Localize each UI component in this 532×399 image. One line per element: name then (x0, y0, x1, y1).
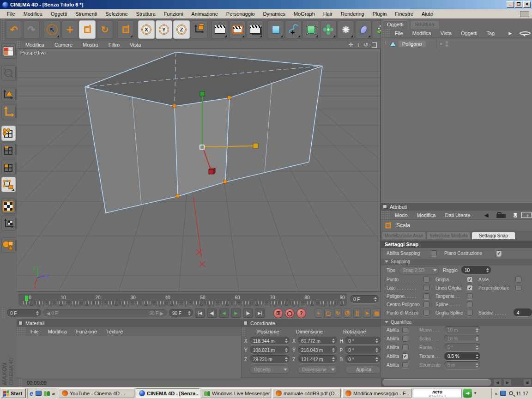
show-desktop-icon[interactable] (36, 391, 42, 396)
taskbar-item-messenger[interactable]: Windows Live Messenger (201, 388, 271, 398)
points-mode-button[interactable] (1, 126, 16, 141)
scala-field[interactable]: 10 % (444, 335, 480, 343)
tab-selezione-morbida[interactable]: Selezione Morbida (427, 232, 471, 240)
record-help-button[interactable]: ? (296, 308, 306, 318)
snap-type-dropdown[interactable]: Snap 2.5D (399, 266, 439, 274)
vp-menu-camere[interactable]: Camere (49, 42, 78, 48)
mat-menu-file[interactable]: File (26, 328, 43, 335)
polygons-mode-button[interactable] (1, 160, 16, 175)
tray-collapse-icon[interactable]: « (495, 391, 497, 396)
viewport-maximize-icon[interactable] (372, 42, 377, 48)
end-frame-field[interactable]: 90 F (169, 309, 193, 317)
panel-corner-button[interactable]: ▣ (523, 379, 532, 386)
minimize-button[interactable]: _ (507, 1, 514, 8)
raggio-field[interactable]: 10 (461, 266, 491, 274)
panel-pin-icon[interactable] (18, 321, 23, 325)
redo-button[interactable]: ↷ (23, 20, 40, 39)
lock-x-button[interactable]: X (138, 20, 155, 39)
tab-modellazione-asse[interactable]: Modellazione Asse (382, 232, 426, 240)
record-keyframe-button[interactable]: ⚿ (273, 308, 283, 318)
pos-z-field[interactable]: 29.231 m (250, 355, 290, 363)
menu-mograph[interactable]: MoGraph (290, 10, 319, 18)
add-hypernurbs-button[interactable] (302, 20, 319, 39)
scrollbar-thumb[interactable] (382, 379, 491, 386)
strumento-field[interactable]: 5 m (444, 361, 480, 369)
key-scale-toggle[interactable]: ▢ (324, 308, 332, 318)
live-selection-button[interactable]: ↖ (44, 20, 60, 39)
ie-quicklaunch-icon[interactable]: e (30, 390, 33, 397)
messenger-quicklaunch-icon[interactable] (44, 390, 50, 396)
om-menu-modifica[interactable]: Modifica (408, 30, 436, 37)
frame-range-slider[interactable]: ◀ 0 F 90 F ▶ (43, 309, 167, 317)
abilita-texture-checkbox[interactable]: ✓ (402, 353, 408, 359)
panel-pin-icon[interactable] (383, 205, 387, 209)
undo-button[interactable]: ↶ (6, 20, 22, 39)
menu-personaggio[interactable]: Personaggio (222, 10, 259, 18)
size-x-field[interactable]: 60.772 m (298, 337, 337, 345)
menu-plugin[interactable]: Plugin (369, 10, 391, 18)
rot-p-field[interactable]: 0 ° (345, 346, 381, 354)
menu-funzioni[interactable]: Funzioni (160, 10, 187, 18)
tab-settaggi-snap[interactable]: Settaggi Snap (472, 232, 515, 240)
ruota-field[interactable]: 5 ° (444, 344, 480, 352)
attr-grip[interactable] (381, 211, 390, 219)
add-deformer-button[interactable] (355, 20, 372, 39)
muovi-field[interactable]: 10 m (444, 326, 480, 334)
taskbar-item-cinema4d[interactable]: CINEMA 4D - [Senza... (136, 388, 200, 398)
taskbar-item-modifica-messaggio[interactable]: Modifica messaggio - F... (342, 388, 411, 398)
materials-grip[interactable] (17, 327, 26, 336)
add-instance-button[interactable]: ✳ (338, 20, 354, 39)
nero-go-button[interactable]: ➜ (463, 389, 472, 398)
menu-finestre[interactable]: Finestre (391, 10, 417, 18)
texture-field[interactable]: 0.5 % (444, 352, 480, 361)
status-grip[interactable] (18, 378, 22, 387)
quantify-group-header[interactable]: Quantifica (381, 319, 532, 326)
menu-strumenti[interactable]: Strumenti (71, 10, 101, 18)
playhead-marker[interactable] (24, 295, 29, 302)
attr-menu-modifica[interactable]: Modifica (412, 212, 441, 219)
coordinate-system-button[interactable] (191, 20, 207, 39)
attributes-hscrollbar[interactable]: ◀ ▶ ▣ (381, 378, 532, 387)
panel-pin-icon[interactable] (243, 321, 248, 325)
object-list[interactable]: └ Poligono (381, 39, 532, 202)
menu-rendering[interactable]: Rendering (337, 10, 369, 18)
snapping-group-header[interactable]: Snapping (381, 258, 532, 265)
document-options-button[interactable]: ▤ (373, 308, 381, 318)
punto-checkbox[interactable] (423, 277, 429, 283)
viewport-pan-icon[interactable]: ✛ (349, 42, 353, 48)
world-coords-button[interactable] (1, 65, 16, 80)
abilita-strumento-checkbox[interactable] (402, 362, 408, 368)
attr-add-icon[interactable]: + (521, 212, 532, 218)
vp-menu-mostra[interactable]: Mostra (78, 42, 103, 48)
key-pla-toggle[interactable]: ⣿ (353, 308, 361, 318)
quicklaunch-overflow-icon[interactable]: » (52, 391, 55, 396)
scroll-left-button[interactable]: ◀ (493, 379, 502, 386)
texture-axis-mode-button[interactable] (1, 216, 16, 231)
next-frame-button[interactable]: |▶ (243, 308, 253, 318)
vp-menu-filtro[interactable]: Filtro (103, 42, 125, 48)
piano-costruzione-checkbox[interactable]: ✓ (496, 250, 502, 256)
mat-menu-modifica[interactable]: Modifica (43, 328, 72, 335)
vp-menu-modifica[interactable]: Modifica (20, 42, 49, 48)
key-rotation-toggle[interactable]: ↻ (334, 308, 342, 318)
editor-visibility-dot[interactable] (439, 42, 443, 46)
play-forward-button[interactable]: ▶ (231, 308, 241, 318)
previous-frame-button[interactable]: ◀| (207, 308, 217, 318)
viewport-3d[interactable]: Y Z X (17, 48, 381, 292)
render-picture-viewer-button[interactable] (229, 20, 246, 39)
menu-file[interactable]: File (3, 10, 19, 18)
render-visibility-dots[interactable] (446, 41, 448, 47)
griglia-checkbox[interactable]: ✓ (467, 277, 473, 283)
close-button[interactable]: ✕ (523, 1, 531, 8)
tangente-checkbox[interactable] (467, 293, 473, 299)
goto-end-button[interactable]: ▶| (255, 308, 265, 318)
add-primitive-button[interactable] (267, 20, 284, 39)
punto-di-mezzo-checkbox[interactable] (423, 310, 429, 316)
menu-modifica[interactable]: Modifica (19, 10, 47, 18)
attr-menu-dati-utente[interactable]: Dati Utente (441, 212, 475, 219)
menu-aiuto[interactable]: Aiuto (417, 10, 437, 18)
restore-button[interactable]: ❐ (515, 1, 522, 8)
materials-list[interactable] (17, 336, 241, 378)
rotate-tool-button[interactable]: ↻ (97, 20, 113, 39)
suddiv-field[interactable]: 4 (514, 308, 532, 317)
